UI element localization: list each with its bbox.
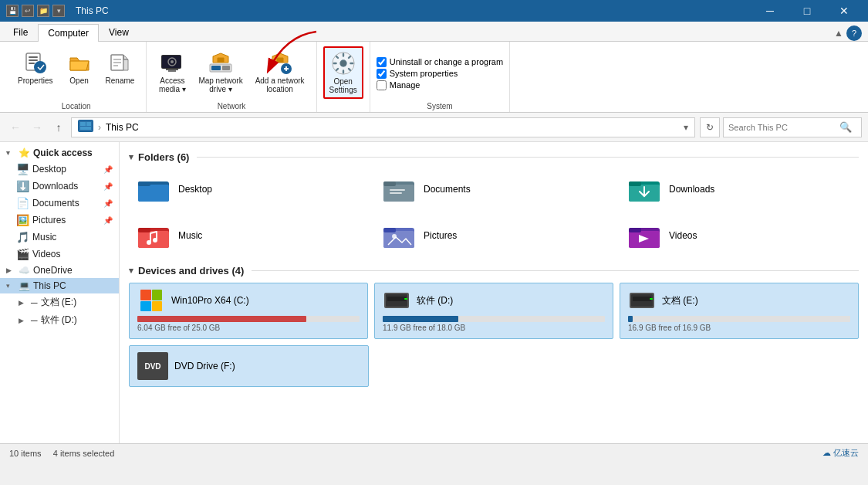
sidebar-item-pictures[interactable]: 🖼️ Pictures 📌 bbox=[9, 212, 119, 229]
system-icon-save[interactable]: 💾 bbox=[6, 5, 19, 17]
address-dropdown[interactable]: ▾ bbox=[684, 122, 688, 133]
svg-rect-29 bbox=[390, 192, 402, 194]
manage-checkbox-item[interactable]: Manage bbox=[377, 80, 503, 90]
tab-computer[interactable]: Computer bbox=[38, 24, 99, 42]
sidebar-item-onedrive[interactable]: ▶ ☁️ OneDrive bbox=[0, 263, 119, 278]
address-separator: › bbox=[98, 122, 101, 133]
refresh-button[interactable]: ↻ bbox=[700, 117, 720, 137]
drives-chevron[interactable]: ▾ bbox=[129, 266, 133, 276]
system-icon-folder[interactable]: 📁 bbox=[37, 5, 49, 17]
manage-checkbox[interactable] bbox=[377, 80, 387, 90]
tab-view[interactable]: View bbox=[99, 23, 139, 41]
properties-button[interactable]: Properties bbox=[12, 46, 59, 89]
up-button[interactable]: ↑ bbox=[49, 118, 68, 137]
uninstall-checkbox-item[interactable]: Uninstall or change a program bbox=[377, 57, 503, 67]
list-item[interactable]: Win10Pro X64 (C:) 6.04 GB free of 25.0 G… bbox=[129, 283, 368, 339]
svg-rect-28 bbox=[390, 189, 405, 191]
downloads-folder-icon bbox=[627, 175, 661, 203]
sidebar-item-doc-e[interactable]: ▶ ─ 文档 (E:) bbox=[0, 293, 119, 311]
list-item[interactable]: 文档 (E:) 16.9 GB free of 16.9 GB bbox=[620, 283, 859, 339]
drives-grid: Win10Pro X64 (C:) 6.04 GB free of 25.0 G… bbox=[129, 283, 859, 339]
svg-rect-24 bbox=[138, 181, 150, 186]
svg-rect-14 bbox=[222, 66, 230, 70]
open-settings-label: OpenSettings bbox=[329, 77, 357, 94]
open-settings-button[interactable]: OpenSettings bbox=[323, 46, 363, 99]
svg-rect-3 bbox=[29, 63, 35, 64]
list-item[interactable]: DVD DVD Drive (F:) bbox=[129, 345, 369, 387]
desktop-folder-icon bbox=[137, 175, 171, 203]
folders-chevron[interactable]: ▾ bbox=[129, 152, 133, 162]
doc-e-chevron: ▶ bbox=[19, 299, 28, 307]
sidebar-item-music[interactable]: 🎵 Music bbox=[9, 229, 119, 246]
documents-folder-icon bbox=[382, 175, 416, 203]
desktop-icon: 🖥️ bbox=[15, 163, 29, 175]
sidebar-item-downloads[interactable]: ⬇️ Downloads 📌 bbox=[9, 178, 119, 195]
list-item[interactable]: Desktop bbox=[129, 169, 368, 209]
svg-rect-18 bbox=[340, 60, 346, 66]
drive-e-icon bbox=[628, 290, 656, 311]
this-pc-chevron: ▾ bbox=[6, 282, 15, 290]
svg-point-36 bbox=[147, 240, 151, 245]
sidebar-item-quick-access[interactable]: ▾ ⭐ Quick access bbox=[0, 145, 119, 161]
downloads-pin: 📌 bbox=[103, 182, 113, 191]
search-input[interactable] bbox=[728, 123, 836, 132]
sidebar-item-soft-d[interactable]: ▶ ─ 软件 (D:) bbox=[0, 311, 119, 329]
title-bar-left: 💾 ↩ 📁 ▾ This PC bbox=[6, 5, 109, 17]
add-network-button[interactable]: Add a networklocation bbox=[250, 46, 310, 97]
system-props-checkbox-item[interactable]: System properties bbox=[377, 69, 503, 79]
tab-file[interactable]: File bbox=[3, 23, 38, 41]
title-dropdown[interactable]: ▾ bbox=[52, 5, 65, 17]
sidebar-item-documents[interactable]: 📄 Documents 📌 bbox=[9, 195, 119, 212]
svg-rect-27 bbox=[383, 181, 396, 186]
svg-rect-10 bbox=[166, 69, 178, 70]
help-button[interactable]: ? bbox=[846, 25, 862, 41]
system-items: Uninstall or change a program System pro… bbox=[377, 46, 503, 100]
uninstall-checkbox[interactable] bbox=[377, 57, 387, 67]
access-media-button[interactable]: Accessmedia ▾ bbox=[153, 46, 191, 97]
sidebar-item-videos[interactable]: 🎬 Videos bbox=[9, 246, 119, 263]
drive-c-bar bbox=[137, 316, 306, 322]
open-button[interactable]: Open bbox=[60, 46, 99, 89]
system-icon-undo[interactable]: ↩ bbox=[22, 5, 34, 17]
rename-button[interactable]: Rename bbox=[100, 46, 140, 89]
videos-sidebar-label: Videos bbox=[32, 249, 60, 259]
yisu-logo: ☁ 亿速云 bbox=[822, 447, 859, 459]
pictures-folder-icon bbox=[382, 222, 416, 249]
folders-section-header: ▾ Folders (6) bbox=[129, 151, 859, 163]
title-bar: 💾 ↩ 📁 ▾ This PC ─ □ ✕ bbox=[0, 0, 868, 22]
list-item[interactable]: Videos bbox=[620, 215, 859, 256]
list-item[interactable]: Pictures bbox=[374, 215, 613, 256]
system-props-checkbox[interactable] bbox=[377, 69, 387, 79]
maximize-button[interactable]: □ bbox=[789, 0, 825, 22]
map-network-icon bbox=[208, 50, 233, 75]
list-item[interactable]: Music bbox=[129, 215, 368, 256]
drive-e-bar bbox=[628, 316, 633, 322]
address-bar[interactable]: › This PC ▾ bbox=[71, 117, 695, 137]
open-settings-icon bbox=[331, 51, 356, 76]
sidebar-item-this-pc[interactable]: ▾ 💻 This PC bbox=[0, 278, 119, 293]
properties-icon bbox=[23, 50, 48, 75]
minimize-button[interactable]: ─ bbox=[752, 0, 788, 22]
list-item[interactable]: 软件 (D:) 11.9 GB free of 18.0 GB bbox=[374, 283, 613, 339]
doc-e-label: 文档 (E:) bbox=[41, 296, 77, 309]
svg-rect-23 bbox=[138, 185, 169, 202]
close-button[interactable]: ✕ bbox=[826, 0, 862, 22]
address-text: This PC bbox=[106, 122, 139, 133]
search-bar[interactable]: 🔍 bbox=[723, 117, 862, 137]
downloads-sidebar-icon: ⬇️ bbox=[15, 180, 29, 192]
list-item[interactable]: Downloads bbox=[620, 169, 859, 209]
list-item[interactable]: Documents bbox=[374, 169, 613, 209]
music-sidebar-label: Music bbox=[32, 232, 56, 242]
ribbon-collapse[interactable]: ▲ bbox=[834, 28, 843, 39]
open-icon bbox=[67, 50, 92, 75]
onedrive-chevron: ▶ bbox=[6, 266, 15, 274]
sidebar-item-desktop[interactable]: 🖥️ Desktop 📌 bbox=[9, 161, 119, 178]
documents-pin: 📌 bbox=[103, 199, 113, 208]
drives-section-line bbox=[252, 270, 859, 271]
map-network-button[interactable]: Map networkdrive ▾ bbox=[193, 46, 248, 97]
pictures-sidebar-label: Pictures bbox=[32, 215, 66, 226]
window-controls: ─ □ ✕ bbox=[752, 0, 862, 22]
status-right: ☁ 亿速云 bbox=[822, 447, 859, 459]
add-network-label: Add a networklocation bbox=[255, 76, 305, 93]
search-icon: 🔍 bbox=[839, 121, 852, 133]
